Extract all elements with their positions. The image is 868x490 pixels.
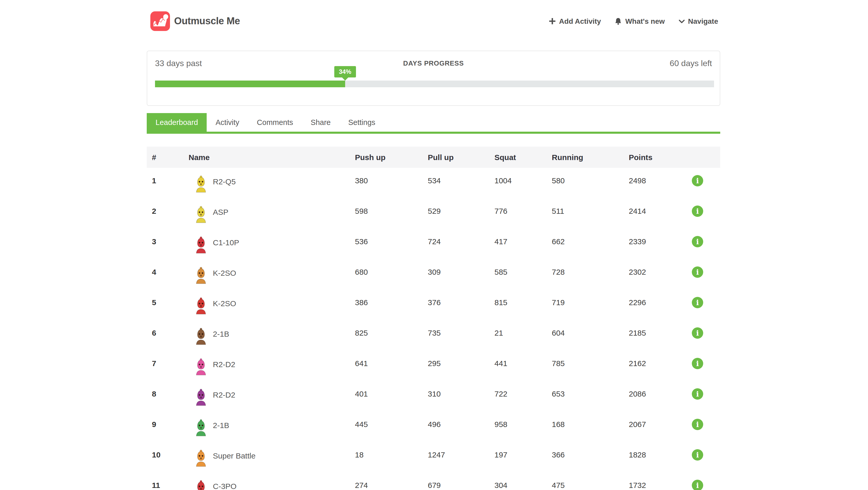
- rank-cell: 9: [147, 412, 189, 442]
- topnav-item-add-activity[interactable]: Add Activity: [549, 17, 601, 25]
- topnav-item-label: What's new: [625, 17, 665, 25]
- name-cell: C-3PO: [189, 481, 355, 490]
- table-row: 10Super Battle1812471973661828i: [147, 442, 720, 472]
- info-icon[interactable]: i: [692, 419, 703, 430]
- participant-name: Super Battle: [213, 451, 255, 460]
- squat-cell: 417: [494, 229, 552, 259]
- info-icon[interactable]: i: [692, 175, 703, 186]
- pull-up-cell: 735: [428, 320, 494, 351]
- participant-name: C-3PO: [213, 482, 237, 490]
- running-cell: 168: [552, 412, 629, 442]
- droid-avatar-icon: [196, 297, 206, 315]
- rank-cell: 3: [147, 229, 189, 259]
- droid-avatar-icon: [196, 419, 206, 436]
- droid-avatar-icon: [196, 327, 206, 345]
- leaderboard-table-wrap: #NamePush upPull upSquatRunningPoints 1R…: [147, 146, 720, 490]
- droid-avatar-icon: [196, 358, 206, 375]
- info-icon[interactable]: i: [692, 297, 703, 308]
- name-cell: K-2SO: [189, 267, 355, 284]
- pull-up-cell: 496: [428, 412, 494, 442]
- progress-bar-fill: [155, 80, 345, 87]
- squat-cell: 1004: [494, 168, 552, 198]
- topnav-item-label: Add Activity: [559, 17, 601, 25]
- table-row: 2ASP5985297765112414i: [147, 198, 720, 229]
- column-header-squat: Squat: [494, 146, 552, 168]
- pull-up-cell: 679: [428, 472, 494, 490]
- info-icon[interactable]: i: [692, 358, 703, 369]
- name-cell: R2-Q5: [189, 176, 355, 193]
- table-row: 4K-2SO6803095857282302i: [147, 259, 720, 290]
- pull-up-cell: 529: [428, 198, 494, 229]
- bell-icon: [614, 17, 622, 25]
- squat-cell: 304: [494, 472, 552, 490]
- table-row: 5K-2SO3863768157192296i: [147, 290, 720, 320]
- table-header-row: #NamePush upPull upSquatRunningPoints: [147, 146, 720, 168]
- running-cell: 662: [552, 229, 629, 259]
- top-header: Outmuscle Me Add ActivityWhat's newNavig…: [0, 0, 868, 47]
- running-cell: 728: [552, 259, 629, 290]
- push-up-cell: 274: [355, 472, 428, 490]
- info-icon[interactable]: i: [692, 205, 703, 217]
- points-cell: 2296: [629, 290, 692, 320]
- pull-up-cell: 724: [428, 229, 494, 259]
- info-icon[interactable]: i: [692, 266, 703, 278]
- column-header-#: #: [147, 146, 189, 168]
- progress-tooltip: 34%: [334, 66, 356, 77]
- participant-name: C1-10P: [213, 238, 239, 247]
- squat-cell: 21: [494, 320, 552, 351]
- column-header-pull-up: Pull up: [428, 146, 494, 168]
- points-cell: 1732: [629, 472, 692, 490]
- push-up-cell: 641: [355, 351, 428, 381]
- info-icon[interactable]: i: [692, 327, 703, 339]
- tab-activity[interactable]: Activity: [207, 113, 248, 132]
- droid-avatar-icon: [196, 236, 206, 254]
- points-cell: 2339: [629, 229, 692, 259]
- column-header-running: Running: [552, 146, 629, 168]
- table-row: 92-1B4454969581682067i: [147, 412, 720, 442]
- points-cell: 2498: [629, 168, 692, 198]
- participant-name: K-2SO: [213, 268, 236, 277]
- name-cell: 2-1B: [189, 420, 355, 436]
- days-progress-card: 33 days past DAYS PROGRESS 60 days left …: [147, 51, 720, 106]
- plus-icon: [549, 18, 556, 25]
- squat-cell: 815: [494, 290, 552, 320]
- tab-comments[interactable]: Comments: [248, 113, 302, 132]
- progress-percent-label: 34%: [339, 68, 351, 75]
- squat-cell: 197: [494, 442, 552, 472]
- name-cell: 2-1B: [189, 328, 355, 345]
- droid-avatar-icon: [196, 480, 206, 490]
- rank-cell: 6: [147, 320, 189, 351]
- name-cell: ASP: [189, 206, 355, 223]
- table-row: 1R2-Q538053410045802498i: [147, 168, 720, 198]
- running-cell: 604: [552, 320, 629, 351]
- push-up-cell: 18: [355, 442, 428, 472]
- app-logo-link[interactable]: Outmuscle Me: [150, 11, 240, 31]
- running-cell: 366: [552, 442, 629, 472]
- running-cell: 580: [552, 168, 629, 198]
- table-row: 62-1B825735216042185i: [147, 320, 720, 351]
- rank-cell: 11: [147, 472, 189, 490]
- squat-cell: 585: [494, 259, 552, 290]
- squat-cell: 722: [494, 381, 552, 412]
- info-icon[interactable]: i: [692, 480, 703, 490]
- participant-name: 2-1B: [213, 421, 229, 430]
- rank-cell: 10: [147, 442, 189, 472]
- tab-leaderboard[interactable]: Leaderboard: [147, 113, 207, 132]
- rank-cell: 1: [147, 168, 189, 198]
- info-icon[interactable]: i: [692, 449, 703, 461]
- column-header-push-up: Push up: [355, 146, 428, 168]
- column-header-points: Points: [629, 146, 692, 168]
- table-row: 7R2-D26412954417852162i: [147, 351, 720, 381]
- rank-cell: 7: [147, 351, 189, 381]
- days-progress-title: DAYS PROGRESS: [147, 59, 720, 67]
- running-cell: 653: [552, 381, 629, 412]
- topnav-item-what-s-new[interactable]: What's new: [614, 17, 665, 25]
- tab-share[interactable]: Share: [302, 113, 339, 132]
- pull-up-cell: 1247: [428, 442, 494, 472]
- info-icon[interactable]: i: [692, 236, 703, 247]
- info-icon[interactable]: i: [692, 388, 703, 400]
- tab-settings[interactable]: Settings: [339, 113, 384, 132]
- points-cell: 2086: [629, 381, 692, 412]
- topnav-item-navigate[interactable]: Navigate: [678, 17, 718, 25]
- squat-cell: 958: [494, 412, 552, 442]
